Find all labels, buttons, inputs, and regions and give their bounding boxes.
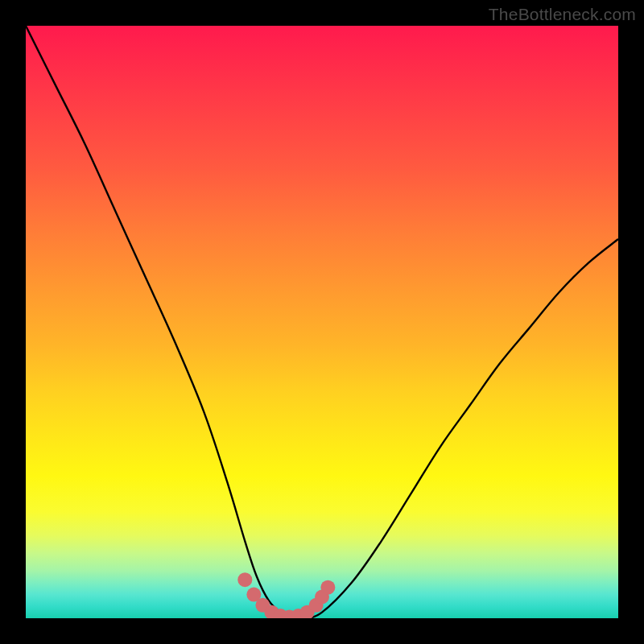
marker-group: [237, 572, 335, 618]
plot-area: [26, 26, 618, 618]
chart-frame: TheBottleneck.com: [0, 0, 644, 644]
watermark-text: TheBottleneck.com: [489, 5, 636, 24]
marker-dot: [320, 580, 335, 595]
marker-dot: [237, 572, 252, 587]
curve-path: [26, 26, 618, 618]
bottleneck-curve: [26, 26, 618, 618]
curve-path-group: [26, 26, 618, 618]
